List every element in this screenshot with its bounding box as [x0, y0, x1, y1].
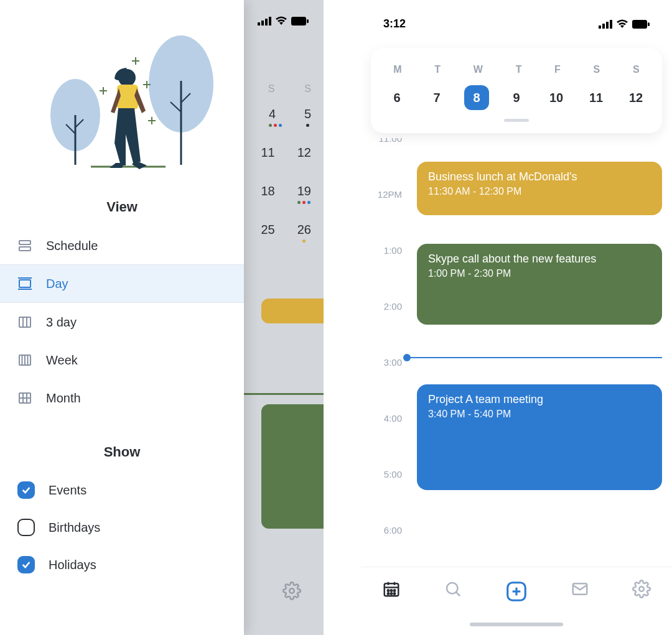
week-label: W [474, 64, 483, 75]
event-time: 3:40 PM - 5:40 PM [428, 409, 651, 420]
cellular-icon [599, 20, 612, 29]
time-label: 4:00 [384, 413, 402, 424]
current-time-dot [403, 354, 411, 361]
calendar-event[interactable]: Skype call about the new features1:00 PM… [417, 244, 662, 325]
svg-rect-4 [291, 17, 306, 25]
svg-point-56 [391, 593, 393, 595]
calendar-event[interactable]: Business lunch at McDonald's11:30 AM - 1… [417, 162, 662, 215]
svg-point-6 [289, 588, 294, 593]
schedule-icon [17, 238, 32, 253]
settings-icon[interactable] [282, 582, 301, 600]
plus-icon [505, 580, 528, 603]
time-label: 1:00 [384, 245, 402, 256]
svg-rect-31 [19, 317, 30, 327]
week-label: T [516, 64, 522, 75]
svg-rect-2 [265, 19, 268, 25]
week-day[interactable]: 9 [504, 85, 529, 110]
wifi-icon [275, 16, 287, 25]
week-icon [17, 353, 32, 368]
week-day[interactable]: 10 [544, 85, 569, 110]
time-label: 12PM [378, 189, 402, 200]
view-section-title: View [0, 199, 244, 215]
day-icon [17, 276, 32, 291]
tab-calendar[interactable] [382, 580, 401, 598]
svg-rect-5 [307, 19, 309, 23]
show-birthdays[interactable]: Birthdays [0, 509, 244, 546]
drawer-illustration [0, 0, 244, 180]
status-icons [258, 16, 309, 25]
week-day[interactable]: 6 [385, 85, 409, 110]
view-month[interactable]: Month [0, 379, 244, 417]
tab-add[interactable] [505, 580, 528, 603]
show-section-title: Show [0, 444, 244, 460]
wifi-icon [616, 19, 628, 29]
battery-icon [632, 20, 650, 29]
week-label: F [554, 64, 561, 75]
menu-label: Week [46, 353, 78, 368]
drag-handle[interactable] [504, 119, 529, 122]
calendar-icon [382, 580, 401, 598]
home-indicator[interactable] [470, 623, 563, 626]
time-label: 6:00 [384, 525, 402, 535]
day-timeline[interactable]: 11:0012PM1:002:003:004:005:006:00 Busine… [361, 138, 672, 536]
event-title: Business lunch at McDonald's [428, 170, 651, 183]
calendar-event[interactable]: Project A team meeting3:40 PM - 5:40 PM [417, 384, 662, 490]
checkbox-icon [17, 519, 35, 536]
bg-divider [243, 393, 324, 395]
svg-rect-0 [258, 22, 260, 25]
background-calendar-peek: S S 4 5 11 12 18 19 25 26 [236, 0, 324, 635]
checkbox-icon [17, 556, 35, 573]
week-day[interactable]: 8 [464, 85, 489, 110]
bg-day-label: S [304, 83, 311, 95]
event-title: Project A team meeting [428, 393, 651, 406]
view-schedule[interactable]: Schedule [0, 226, 244, 264]
week-label: S [594, 64, 600, 75]
three-day-icon [17, 315, 32, 330]
svg-rect-47 [648, 22, 650, 26]
view-3day[interactable]: 3 day [0, 303, 244, 341]
navigation-drawer: View Schedule Day 3 day Week Month Show … [0, 0, 244, 635]
current-time-line [407, 357, 662, 358]
week-label: M [393, 64, 401, 75]
week-strip[interactable]: MTWTFSS 6789101112 [371, 48, 662, 133]
bg-day-label: S [268, 83, 275, 95]
svg-point-52 [388, 590, 390, 591]
week-label: T [434, 64, 441, 75]
show-holidays[interactable]: Holidays [0, 546, 244, 583]
bg-date: 12 [297, 146, 311, 160]
cellular-icon [258, 17, 271, 25]
week-label: S [633, 64, 640, 75]
svg-line-59 [456, 592, 460, 596]
svg-point-64 [639, 586, 644, 591]
bg-date: 18 [261, 184, 275, 204]
bg-date: 11 [261, 146, 275, 160]
view-week[interactable]: Week [0, 341, 244, 379]
tab-settings[interactable] [632, 580, 651, 598]
time-label: 3:00 [384, 357, 402, 368]
svg-rect-45 [610, 20, 612, 29]
view-day[interactable]: Day [0, 264, 244, 303]
event-time: 11:30 AM - 12:30 PM [428, 186, 651, 197]
week-day[interactable]: 11 [584, 85, 609, 110]
svg-rect-42 [599, 25, 601, 29]
show-events[interactable]: Events [0, 471, 244, 509]
bg-day-labels: S S [268, 83, 311, 95]
bg-date: 4 [269, 107, 282, 121]
svg-point-55 [388, 593, 390, 595]
battery-icon [291, 17, 309, 25]
week-day[interactable]: 7 [424, 85, 449, 110]
menu-label: 3 day [46, 315, 77, 330]
event-title: Skype call about the new features [428, 253, 651, 266]
menu-label: Schedule [46, 239, 98, 253]
bg-date: 5 [304, 107, 311, 121]
bg-event-green [261, 404, 324, 529]
svg-rect-46 [632, 20, 647, 29]
svg-point-58 [447, 583, 458, 594]
bg-date: 26 [297, 223, 311, 237]
bg-event-yellow [261, 299, 324, 323]
tab-mail[interactable] [571, 580, 589, 598]
svg-point-53 [391, 590, 393, 591]
tab-search[interactable] [444, 580, 462, 598]
week-day[interactable]: 12 [623, 85, 648, 110]
search-icon [444, 580, 462, 598]
